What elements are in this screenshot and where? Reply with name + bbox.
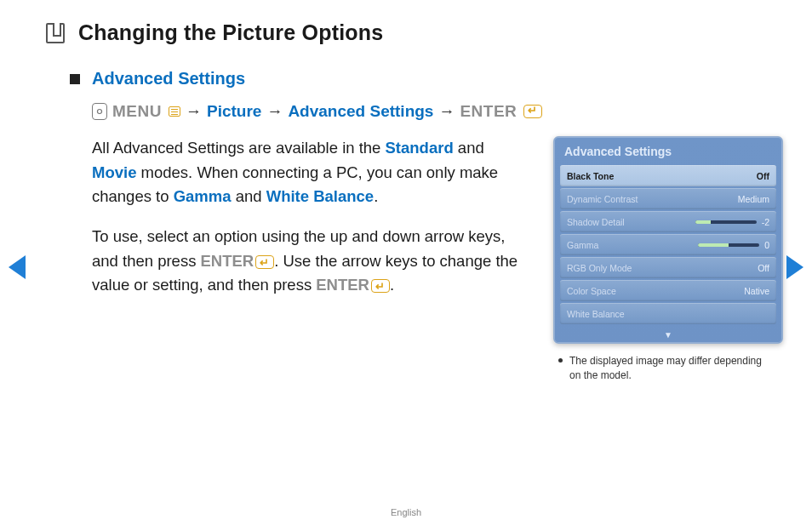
panel-column: Advanced Settings Black Tone Off Dynamic…: [553, 136, 783, 383]
breadcrumb-advanced: Advanced Settings: [288, 102, 433, 121]
arrow-icon: →: [438, 102, 455, 121]
row-label: Color Space: [567, 286, 616, 296]
slider-fill: [698, 243, 729, 247]
panel-row-dynamic-contrast[interactable]: Dynamic Contrast Medium: [560, 188, 776, 209]
panel-row-white-balance[interactable]: White Balance: [560, 303, 776, 324]
row-value: 0: [764, 240, 769, 250]
footer-language: English: [0, 507, 812, 517]
row-value: Native: [744, 286, 769, 296]
advanced-settings-panel: Advanced Settings Black Tone Off Dynamic…: [553, 136, 783, 344]
keyword-standard: Standard: [386, 139, 454, 157]
row-value: -2: [762, 217, 769, 227]
panel-rows: Black Tone Off Dynamic Contrast Medium S…: [554, 165, 782, 330]
text: and: [454, 139, 484, 157]
breadcrumb-menu: MENU: [112, 102, 162, 121]
paragraph-1: All Advanced Settings are available in t…: [92, 136, 528, 209]
enter-icon: [371, 279, 390, 293]
keyword-movie: Movie: [92, 163, 136, 181]
row-value: Off: [757, 171, 769, 181]
prev-page-button[interactable]: [9, 255, 26, 279]
paragraph-2: To use, select an option using the up an…: [92, 225, 528, 298]
row-value: Medium: [738, 194, 769, 204]
bookmark-icon: [46, 23, 65, 43]
slider-track[interactable]: [695, 220, 757, 224]
section-title: Advanced Settings: [92, 69, 245, 88]
enter-icon: [523, 105, 542, 118]
text: All Advanced Settings are available in t…: [92, 139, 386, 157]
enter-icon: [255, 255, 274, 269]
menu-icon: [169, 106, 180, 117]
caption-text: The displayed image may differ depending…: [569, 354, 775, 383]
row-value: Off: [758, 263, 769, 273]
slider-fill: [695, 220, 711, 224]
text-column: All Advanced Settings are available in t…: [92, 136, 528, 383]
page-title: Changing the Picture Options: [78, 20, 383, 45]
arrow-icon: →: [266, 102, 283, 121]
panel-scroll-down-icon[interactable]: ▼: [554, 330, 782, 343]
row-label: Black Tone: [567, 171, 614, 181]
panel-row-black-tone[interactable]: Black Tone Off: [560, 165, 776, 186]
title-row: Changing the Picture Options: [46, 20, 783, 45]
keyword-white-balance: White Balance: [266, 187, 374, 205]
slider-wrap: -2: [695, 217, 769, 227]
slider-track[interactable]: [698, 243, 759, 247]
slider-wrap: 0: [698, 240, 769, 250]
row-label: Gamma: [567, 240, 598, 250]
row-label: White Balance: [567, 309, 625, 319]
text: and: [232, 187, 266, 205]
row-label: RGB Only Mode: [567, 263, 632, 273]
breadcrumb-picture: Picture: [207, 102, 261, 121]
panel-title: Advanced Settings: [554, 137, 782, 165]
row-label: Shadow Detail: [567, 217, 625, 227]
section-advanced-settings: Advanced Settings O MENU → Picture → Adv…: [70, 69, 783, 383]
panel-row-rgb-only[interactable]: RGB Only Mode Off: [560, 257, 776, 278]
text: .: [374, 187, 378, 205]
panel-caption: The displayed image may differ depending…: [553, 354, 775, 383]
bullet-icon: [558, 358, 563, 363]
row-label: Dynamic Contrast: [567, 194, 638, 204]
panel-row-color-space[interactable]: Color Space Native: [560, 280, 776, 301]
manual-page: Changing the Picture Options Advanced Se…: [0, 0, 812, 531]
arrow-icon: →: [186, 102, 202, 121]
next-page-button[interactable]: [786, 255, 803, 279]
keyword-enter: ENTER: [316, 276, 369, 294]
square-bullet-icon: [70, 74, 80, 84]
content-columns: All Advanced Settings are available in t…: [70, 136, 783, 383]
text: .: [390, 276, 394, 294]
keyword-enter: ENTER: [201, 252, 254, 270]
remote-key-icon: O: [92, 103, 107, 120]
keyword-gamma: Gamma: [174, 187, 232, 205]
breadcrumb-enter: ENTER: [460, 102, 517, 121]
panel-row-shadow-detail[interactable]: Shadow Detail -2: [560, 211, 776, 232]
section-heading-row: Advanced Settings: [70, 69, 783, 88]
menu-breadcrumb: O MENU → Picture → Advanced Settings → E…: [92, 102, 783, 121]
panel-row-gamma[interactable]: Gamma 0: [560, 234, 776, 255]
